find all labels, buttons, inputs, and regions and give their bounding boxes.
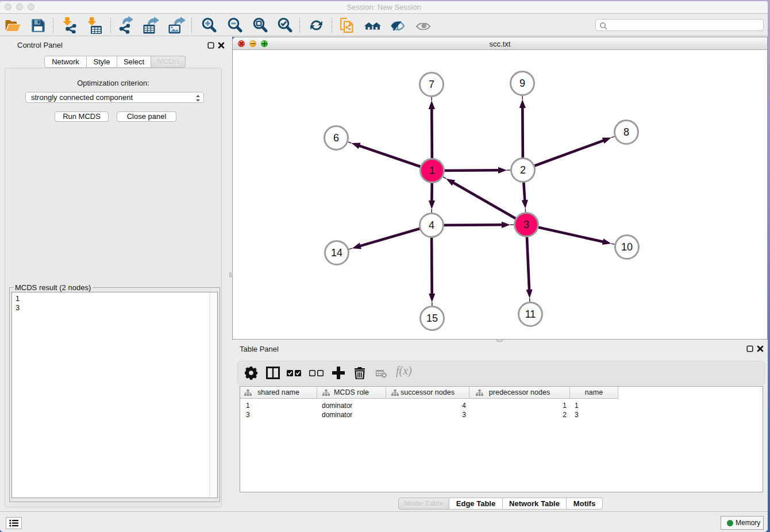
svg-text:15: 15 (426, 313, 438, 324)
svg-text:10: 10 (621, 241, 633, 253)
svg-text:3: 3 (523, 219, 529, 230)
svg-text:1: 1 (429, 165, 435, 176)
svg-text:7: 7 (429, 79, 434, 90)
svg-text:14: 14 (331, 247, 342, 259)
svg-text:2: 2 (520, 164, 526, 176)
svg-text:9: 9 (519, 78, 525, 89)
svg-text:11: 11 (525, 309, 536, 320)
svg-text:8: 8 (623, 126, 629, 138)
svg-text:f(x): f(x) (396, 365, 412, 377)
svg-text:6: 6 (333, 132, 339, 144)
svg-text:4: 4 (429, 219, 434, 231)
